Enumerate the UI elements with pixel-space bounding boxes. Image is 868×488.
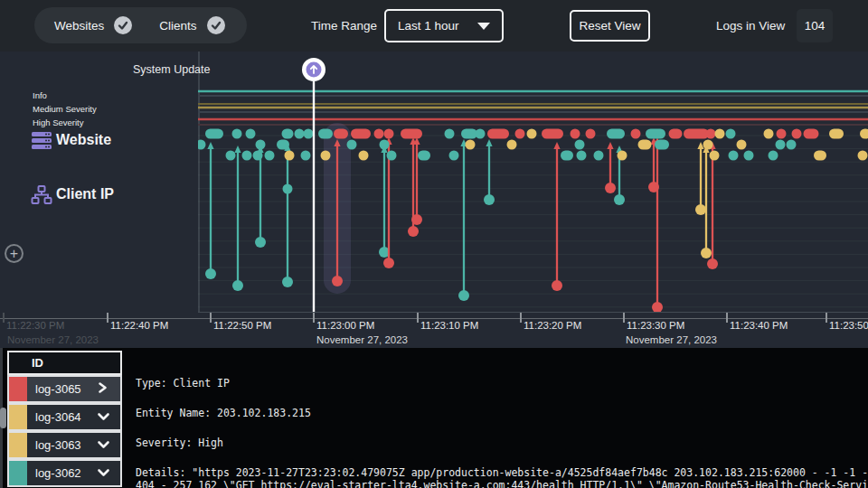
timeline-chart[interactable] <box>198 52 868 313</box>
toggle-clients[interactable]: Clients <box>159 16 224 34</box>
time-range-select[interactable]: Last 1 hour <box>384 9 504 42</box>
event-dot[interactable] <box>380 140 390 150</box>
event-dot[interactable] <box>607 129 625 139</box>
event-dot[interactable] <box>253 151 263 161</box>
event-dot[interactable] <box>614 194 625 205</box>
event-dot[interactable] <box>387 151 397 161</box>
event-dot[interactable] <box>282 129 294 139</box>
event-dot[interactable] <box>408 226 419 237</box>
chevron-right-icon[interactable] <box>97 381 115 398</box>
event-dot[interactable] <box>631 129 641 139</box>
event-dot[interactable] <box>594 151 604 161</box>
event-dot[interactable] <box>401 129 422 139</box>
event-dot[interactable] <box>726 129 736 139</box>
reset-view-button[interactable]: Reset View <box>570 10 650 42</box>
event-dot[interactable] <box>777 129 787 139</box>
log-row-log-3063[interactable]: log-3063 <box>7 431 122 459</box>
event-dot[interactable] <box>374 129 384 139</box>
event-dot[interactable] <box>571 129 580 139</box>
event-dot[interactable] <box>715 129 725 139</box>
event-dot[interactable] <box>449 151 459 161</box>
event-dot[interactable] <box>655 140 669 150</box>
event-dot[interactable] <box>411 214 422 225</box>
event-dot[interactable] <box>701 248 712 258</box>
event-dot[interactable] <box>575 140 585 150</box>
event-dot[interactable] <box>205 129 223 139</box>
event-dot[interactable] <box>226 151 236 161</box>
event-dot[interactable] <box>669 129 683 139</box>
event-dot[interactable] <box>638 140 652 150</box>
event-dot[interactable] <box>577 151 587 161</box>
event-dot[interactable] <box>814 151 826 161</box>
event-dot[interactable] <box>684 129 709 139</box>
event-dot[interactable] <box>829 129 844 139</box>
event-dot[interactable] <box>507 140 517 150</box>
event-dot[interactable] <box>205 268 216 279</box>
event-dot[interactable] <box>858 151 868 161</box>
event-dot[interactable] <box>706 129 716 139</box>
event-dot[interactable] <box>232 280 243 291</box>
event-dot[interactable] <box>256 140 266 150</box>
event-dot[interactable] <box>586 129 596 139</box>
event-dot[interactable] <box>198 140 206 150</box>
event-dot[interactable] <box>542 129 563 139</box>
event-dot[interactable] <box>618 151 627 161</box>
event-dot[interactable] <box>283 184 293 194</box>
event-dot[interactable] <box>860 129 868 139</box>
log-row-log-3064[interactable]: log-3064 <box>7 403 122 431</box>
event-dot[interactable] <box>347 140 357 150</box>
event-dot[interactable] <box>242 151 252 161</box>
event-dot[interactable] <box>729 151 739 161</box>
group-client-ip-label[interactable]: Client IP <box>56 186 114 202</box>
event-dot[interactable] <box>418 151 430 161</box>
system-update-icon[interactable] <box>302 58 326 81</box>
event-dot[interactable] <box>515 129 525 139</box>
event-dot[interactable] <box>466 140 476 150</box>
event-dot[interactable] <box>318 129 333 139</box>
event-dot[interactable] <box>646 129 665 139</box>
event-dot[interactable] <box>265 151 275 161</box>
event-dot[interactable] <box>332 276 343 286</box>
event-dot[interactable] <box>769 151 778 161</box>
event-dot[interactable] <box>334 129 348 139</box>
event-dot[interactable] <box>527 129 537 139</box>
chevron-down-icon[interactable] <box>97 437 115 454</box>
event-dot[interactable] <box>277 140 289 150</box>
event-dot[interactable] <box>255 237 266 248</box>
event-dot[interactable] <box>282 277 293 287</box>
log-row-log-3062[interactable]: log-3062 <box>7 459 122 487</box>
event-dot[interactable] <box>359 151 369 161</box>
event-dot[interactable] <box>484 194 495 205</box>
event-dot[interactable] <box>787 140 797 150</box>
event-dot[interactable] <box>776 140 786 150</box>
event-dot[interactable] <box>232 129 242 139</box>
event-dot[interactable] <box>487 129 509 139</box>
event-dot[interactable] <box>764 129 774 139</box>
event-dot[interactable] <box>383 258 394 268</box>
event-dot[interactable] <box>792 129 802 139</box>
event-dot[interactable] <box>561 151 573 161</box>
event-dot[interactable] <box>295 129 305 139</box>
log-row-log-3065[interactable]: log-3065 <box>7 375 122 403</box>
event-dot[interactable] <box>321 151 331 161</box>
event-dot[interactable] <box>384 129 394 139</box>
event-dot[interactable] <box>476 129 486 139</box>
add-icon[interactable]: + <box>5 244 24 263</box>
event-dot[interactable] <box>737 140 747 150</box>
chevron-down-icon[interactable] <box>97 465 115 482</box>
event-dot[interactable] <box>458 290 469 301</box>
event-dot[interactable] <box>304 129 314 139</box>
event-dot[interactable] <box>301 151 311 161</box>
event-dot[interactable] <box>605 183 616 193</box>
event-dot[interactable] <box>744 151 754 161</box>
group-website-label[interactable]: Website <box>56 132 111 148</box>
chevron-down-icon[interactable] <box>97 409 115 426</box>
scrollbar-thumb[interactable] <box>0 408 6 428</box>
event-dot[interactable] <box>461 129 477 139</box>
event-dot[interactable] <box>710 151 720 161</box>
event-dot[interactable] <box>804 129 819 139</box>
event-dot[interactable] <box>695 204 706 215</box>
event-dot[interactable] <box>552 280 562 291</box>
event-dot[interactable] <box>703 140 713 150</box>
event-dot[interactable] <box>707 258 718 269</box>
